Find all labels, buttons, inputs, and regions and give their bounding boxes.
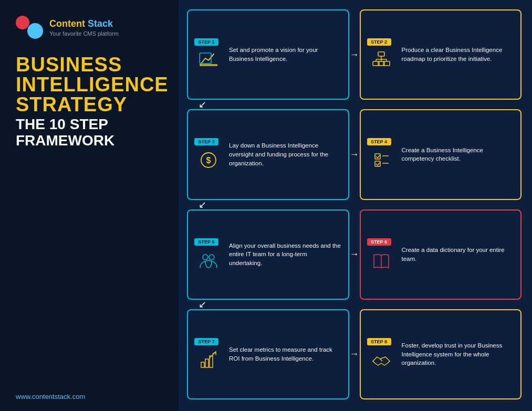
logo-icon: [16, 16, 43, 39]
step-text-4: Create a Business Intelligence competenc…: [402, 146, 515, 163]
svg-text:$: $: [206, 156, 211, 165]
sidebar-bottom: www.contentstack.com: [16, 382, 163, 401]
step-text-6: Create a data dictionary for your entire…: [402, 246, 515, 263]
content-area: STEP 1 Set and promote a vision for your…: [179, 0, 532, 411]
svg-rect-2: [378, 52, 384, 56]
main-title: BUSINESS INTELLIGENCE STRATEGY THE 10 ST…: [16, 55, 163, 149]
step-icon-8: [370, 349, 393, 372]
step-text-7: Set clear metrics to measure and track R…: [229, 345, 342, 363]
sidebar: Content Stack Your favorite CMS platform…: [0, 0, 179, 411]
step-icon-5: [197, 249, 220, 272]
bubble-red-icon: [16, 16, 29, 29]
step-text-1: Set and promote a vision for your Busine…: [229, 46, 342, 63]
svg-rect-21: [205, 359, 208, 367]
svg-point-17: [203, 255, 208, 260]
svg-rect-0: [200, 65, 217, 66]
title-bi: BUSINESS INTELLIGENCE STRATEGY: [16, 55, 163, 114]
logo-content: Content: [49, 18, 85, 29]
step-text-3: Lay down a Business Intelligence oversig…: [229, 141, 342, 167]
step-icon-3: $: [197, 149, 220, 172]
step-icon-1: [197, 49, 220, 72]
arrow-5-6: →: [349, 209, 360, 300]
logo-tagline: Your favorite CMS platform: [49, 30, 119, 37]
title-sub: THE 10 STEP FRAMEWORK: [16, 117, 163, 149]
logo-text: Content Stack Your favorite CMS platform: [49, 18, 119, 37]
step-icon-2: [370, 49, 393, 72]
bubble-blue-icon: [27, 23, 43, 39]
row-connector-1: ↙: [187, 100, 521, 109]
arrow-3-4: →: [349, 109, 360, 199]
arrow-7-8: →: [349, 309, 360, 399]
step-icon-4: [370, 149, 393, 172]
row-connector-3: ↙: [187, 300, 521, 309]
step-card-5: STEP 5 Align your overall business needs…: [187, 209, 349, 300]
step-card-3: STEP 3 $ Lay down a Business Intelligenc…: [187, 109, 349, 199]
svg-line-24: [380, 359, 382, 361]
step-icon-6: [370, 249, 393, 272]
step-label-4: STEP 4: [367, 138, 391, 145]
svg-point-18: [209, 255, 214, 260]
step-card-4: STEP 4 Create a Business Intelligence co…: [360, 109, 522, 199]
logo-name: Content Stack: [49, 18, 119, 29]
step-label-6: STEP 6: [367, 238, 391, 246]
svg-rect-20: [201, 362, 204, 367]
step-label-8: STEP 8: [367, 338, 391, 345]
step-card-7: STEP 7 Set clear metrics to measure and …: [187, 309, 349, 399]
step-label-2: STEP 2: [367, 38, 391, 46]
steps-grid: STEP 1 Set and promote a vision for your…: [187, 9, 521, 399]
step-card-1: STEP 1 Set and promote a vision for your…: [187, 9, 349, 100]
step-icon-7: [197, 349, 220, 372]
step-label-1: STEP 1: [194, 38, 218, 46]
step-label-7: STEP 7: [194, 338, 218, 345]
step-text-2: Produce a clear Business Intelligence ro…: [402, 46, 515, 63]
arrow-1-2: →: [349, 9, 360, 100]
step-card-6: STEP 6 Create a data dictionary for your…: [360, 209, 522, 300]
row-connector-2: ↙: [187, 200, 521, 209]
step-card-8: STEP 8 Foster, develop trust in your Bus…: [360, 309, 522, 399]
step-card-2: STEP 2 Produce a cl: [360, 9, 522, 100]
logo-stack: Stack: [85, 18, 113, 29]
step-label-5: STEP 5: [194, 238, 218, 246]
logo-area: Content Stack Your favorite CMS platform: [16, 16, 163, 39]
step-label-3: STEP 3: [194, 138, 218, 145]
step-text-8: Foster, develop trust in your Business I…: [402, 341, 515, 367]
step-text-5: Align your overall business needs and th…: [229, 241, 342, 268]
website-link[interactable]: www.contentstack.com: [16, 382, 163, 401]
